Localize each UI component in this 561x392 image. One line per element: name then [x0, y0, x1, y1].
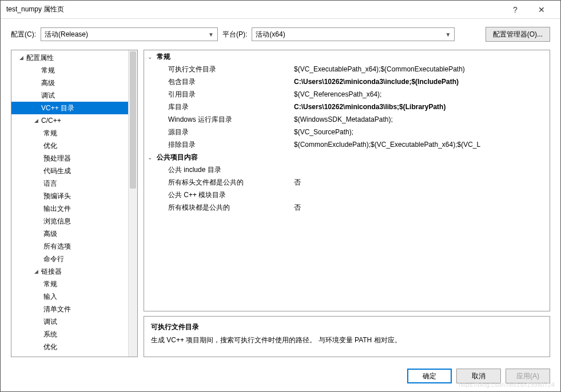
tree-item-label: 所有选项	[43, 242, 71, 251]
property-name: Windows 运行库目录	[156, 115, 293, 125]
grid-row[interactable]: 所有标头文件都是公共的否	[144, 176, 550, 189]
platform-combo[interactable]: 活动(x64) ▼	[252, 27, 455, 41]
grid-row[interactable]: 包含目录C:\Users\10262\miniconda3\include;$(…	[144, 75, 550, 88]
tree-item-label: 输出文件	[43, 204, 71, 214]
tree-item[interactable]: 浏览信息	[11, 215, 128, 227]
tree-item[interactable]: 调试	[11, 315, 128, 328]
grid-row[interactable]: 公共 C++ 模块目录	[144, 189, 550, 201]
tree-item-label: 高级	[43, 229, 57, 239]
grid-row[interactable]: Windows 运行库目录$(WindowsSDK_MetadataPath);	[144, 113, 550, 126]
property-name: 排除目录	[156, 140, 293, 150]
tree-item[interactable]: 命令行	[11, 253, 128, 265]
tree-scrollbar[interactable]	[128, 50, 137, 357]
tree-item-label: 清单文件	[43, 305, 71, 314]
help-title: 可执行文件目录	[151, 322, 543, 332]
tree-item-label: 语言	[43, 179, 57, 189]
tree-item[interactable]: 优化	[11, 139, 128, 152]
grid-row[interactable]: 源目录$(VC_SourcePath);	[144, 126, 550, 138]
tree-item-label: 浏览信息	[43, 217, 71, 226]
tree-item-label: VC++ 目录	[41, 103, 74, 113]
close-button[interactable]: ✕	[528, 1, 555, 18]
tree-item[interactable]: 常规	[11, 278, 128, 290]
tree-item[interactable]: ◢配置属性	[11, 51, 128, 64]
tree-item-label: 优化	[43, 342, 57, 352]
tree-item[interactable]: 系统	[11, 328, 128, 341]
property-value[interactable]: 否	[293, 203, 550, 213]
tree-item[interactable]: 所有选项	[11, 240, 128, 253]
grid-row[interactable]: 公共 include 目录	[144, 163, 550, 176]
property-value[interactable]: 否	[293, 178, 550, 187]
property-name: 引用目录	[156, 90, 293, 99]
tree-item[interactable]: 清单文件	[11, 303, 128, 315]
property-name: 常规	[156, 52, 293, 62]
collapse-icon[interactable]: ⌄	[144, 154, 156, 161]
config-label: 配置(C):	[11, 30, 36, 39]
property-value[interactable]: $(CommonExcludePath);$(VC_ExecutablePath…	[293, 141, 550, 149]
grid-row[interactable]: 库目录C:\Users\10262\miniconda3\libs;$(Libr…	[144, 101, 550, 113]
property-name: 源目录	[156, 127, 293, 137]
tree-item[interactable]: 调试	[11, 89, 128, 102]
tree-item[interactable]: 代码生成	[11, 165, 128, 177]
grid-section[interactable]: ⌄公共项目内容	[144, 151, 550, 163]
tree-item[interactable]: 高级	[11, 77, 128, 89]
config-manager-button[interactable]: 配置管理器(O)...	[486, 27, 550, 42]
grid-row[interactable]: 可执行文件目录$(VC_ExecutablePath_x64);$(Common…	[144, 63, 550, 75]
grid-row[interactable]: 所有模块都是公共的否	[144, 201, 550, 214]
property-name: 公共 C++ 模块目录	[156, 190, 293, 200]
property-value[interactable]: $(WindowsSDK_MetadataPath);	[293, 115, 550, 123]
config-value: 活动(Release)	[45, 30, 88, 39]
scrollbar-thumb[interactable]	[130, 51, 136, 189]
tree-item[interactable]: 高级	[11, 227, 128, 240]
tree-item[interactable]: 输出文件	[11, 202, 128, 215]
property-pages-window: test_numpy 属性页 ? ✕ 配置(C): 活动(Release) ▼ …	[0, 0, 561, 392]
right-panel: ⌄常规可执行文件目录$(VC_ExecutablePath_x64);$(Com…	[144, 50, 550, 357]
property-name: 公共 include 目录	[156, 165, 293, 175]
property-name: 所有标头文件都是公共的	[156, 178, 293, 187]
grid-section[interactable]: ⌄常规	[144, 50, 550, 63]
footer: 确定 取消 应用(A) https://blog.csdn.net/zsh199…	[1, 363, 560, 391]
property-value[interactable]: C:\Users\10262\miniconda3\include;$(Incl…	[293, 78, 550, 86]
tree-item[interactable]: 优化	[11, 341, 128, 353]
tree-item[interactable]: 预编译头	[11, 190, 128, 202]
tree-item[interactable]: VC++ 目录	[11, 102, 128, 114]
property-name: 库目录	[156, 102, 293, 112]
property-name: 包含目录	[156, 77, 293, 87]
property-value[interactable]: $(VC_ReferencesPath_x64);	[293, 90, 550, 98]
property-name: 所有模块都是公共的	[156, 203, 293, 213]
tree-item[interactable]: ◢C/C++	[11, 114, 128, 127]
cancel-button[interactable]: 取消	[456, 369, 501, 383]
expand-icon[interactable]: ◢	[34, 118, 41, 123]
toolbar: 配置(C): 活动(Release) ▼ 平台(P): 活动(x64) ▼ 配置…	[1, 19, 560, 50]
tree-item[interactable]: 语言	[11, 177, 128, 190]
property-value[interactable]: $(VC_ExecutablePath_x64);$(CommonExecuta…	[293, 65, 550, 73]
grid-panel: ⌄常规可执行文件目录$(VC_ExecutablePath_x64);$(Com…	[144, 50, 550, 311]
help-button[interactable]: ?	[502, 1, 528, 18]
config-combo[interactable]: 活动(Release) ▼	[41, 27, 218, 41]
tree-item-label: 系统	[43, 330, 57, 339]
chevron-down-icon: ▼	[445, 31, 451, 38]
expand-icon[interactable]: ◢	[19, 55, 26, 61]
apply-button[interactable]: 应用(A)	[506, 369, 550, 383]
tree-item[interactable]: 常规	[11, 64, 128, 77]
tree-item-label: 调试	[41, 91, 55, 101]
tree-item[interactable]: 常规	[11, 127, 128, 139]
property-value[interactable]: $(VC_SourcePath);	[293, 128, 550, 136]
chevron-down-icon: ▼	[208, 31, 214, 38]
ok-button[interactable]: 确定	[407, 369, 452, 383]
expand-icon[interactable]: ◢	[34, 269, 41, 274]
tree-item[interactable]: 输入	[11, 290, 128, 303]
tree-item-label: 高级	[41, 78, 55, 88]
property-name: 公共项目内容	[156, 153, 293, 162]
tree-item[interactable]: 预处理器	[11, 152, 128, 165]
tree-item[interactable]: ◢链接器	[11, 265, 128, 278]
tree-item-label: 优化	[43, 141, 57, 151]
tree-item-label: 命令行	[43, 254, 64, 264]
tree-item-label: 常规	[43, 129, 57, 138]
property-value[interactable]: C:\Users\10262\miniconda3\libs;$(Library…	[293, 103, 550, 111]
grid-row[interactable]: 排除目录$(CommonExcludePath);$(VC_Executable…	[144, 138, 550, 151]
titlebar: test_numpy 属性页 ? ✕	[1, 1, 560, 19]
collapse-icon[interactable]: ⌄	[144, 54, 156, 60]
window-title: test_numpy 属性页	[6, 5, 502, 14]
platform-value: 活动(x64)	[256, 30, 285, 39]
grid-row[interactable]: 引用目录$(VC_ReferencesPath_x64);	[144, 88, 550, 101]
